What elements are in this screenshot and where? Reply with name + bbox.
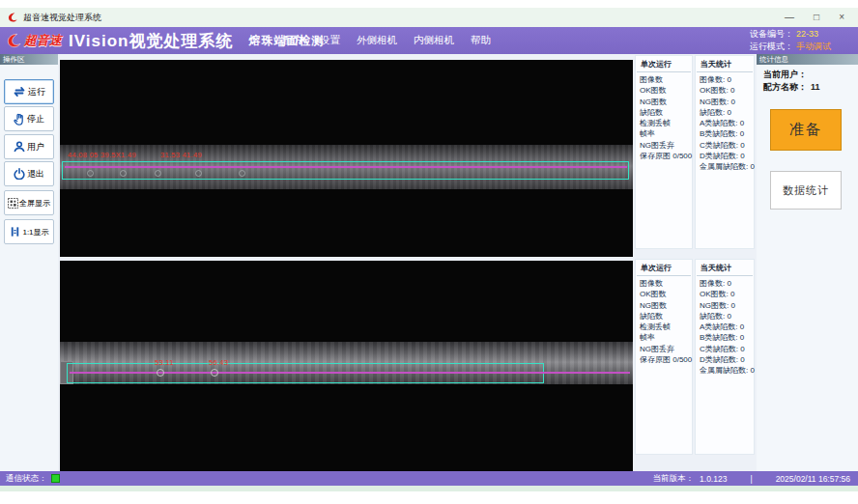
info-panel-caption: 统计信息 <box>757 54 858 65</box>
menu-item-settings[interactable]: 设置 <box>320 34 340 47</box>
stat-row: A类缺陷数: 0 <box>696 118 754 128</box>
stat-row: 帧率 <box>636 128 692 139</box>
exit-button-label: 退出 <box>27 168 44 181</box>
datetime-value: 2025/02/11 16:57:56 <box>776 474 850 484</box>
stat-row: OK图数 <box>636 85 692 96</box>
stat-row: 图像数 <box>636 278 692 289</box>
app-logo-icon <box>8 12 18 23</box>
app-title: IVision视觉处理系统 <box>69 30 233 52</box>
stat-row: 缺陷数 <box>636 107 692 118</box>
menu-bar: 配方 设置 外侧相机 内侧相机 帮助 <box>283 27 491 54</box>
user-button[interactable]: 用户 <box>4 134 54 159</box>
inner-camera-viewport: 53.11 56.43 <box>60 261 633 471</box>
device-number-value: 22-33 <box>796 29 818 39</box>
window-bottom-edge <box>0 486 858 491</box>
close-button[interactable]: × <box>839 8 844 27</box>
stop-button-label: 停止 <box>27 113 44 126</box>
device-info: 设备编号：22-33 运行模式：手动调试 <box>750 28 831 53</box>
single-run-title: 单次运行 <box>637 260 691 276</box>
window-controls: — □ × <box>785 8 844 27</box>
recipe-name-label: 配方名称： <box>763 82 807 92</box>
prepare-button[interactable]: 准备 <box>770 109 842 151</box>
stat-row: NG图丢弃 <box>636 140 692 151</box>
user-button-label: 用户 <box>27 141 44 154</box>
measurement-annotation: 56.43 <box>209 358 228 367</box>
exit-button[interactable]: 退出 <box>4 161 54 186</box>
maximize-button[interactable]: □ <box>814 8 819 27</box>
stat-row: 保存原图 0/500 <box>636 151 692 161</box>
weld-seam-line <box>70 372 630 374</box>
sidebar-caption: 操作区 <box>0 54 58 65</box>
menu-item-recipe[interactable]: 配方 <box>283 34 303 47</box>
stop-button[interactable]: 停止 <box>4 106 54 131</box>
stat-row: A类缺陷数: 0 <box>696 322 754 332</box>
outer-single-run-stats: 单次运行 图像数 OK图数 NG图数 缺陷数 检测丢帧 帧率 NG图丢弃 保存原… <box>635 55 693 249</box>
comm-status: 通信状态： <box>6 471 60 486</box>
status-bar: 通信状态： 当前版本： 1.0.123 | 2025/02/11 16:57:5… <box>0 471 858 486</box>
user-icon <box>14 141 25 153</box>
run-mode-value: 手动调试 <box>796 42 831 51</box>
defect-marker <box>157 369 164 377</box>
measurement-annotation: 53.11 <box>155 358 174 367</box>
version-label: 当前版本： <box>653 473 695 485</box>
data-statistics-button[interactable]: 数据统计 <box>770 171 842 210</box>
fullscreen-button[interactable]: 全屏显示 <box>4 190 54 215</box>
defect-marker <box>120 170 127 177</box>
stat-row: B类缺陷数: 0 <box>696 332 754 343</box>
menu-item-inner-camera[interactable]: 内侧相机 <box>414 34 454 47</box>
stat-row: OK图数: 0 <box>696 289 754 299</box>
current-user-label: 当前用户： <box>763 70 807 79</box>
stat-row: 图像数: 0 <box>696 278 754 289</box>
device-number-label: 设备编号： <box>750 29 793 39</box>
stat-row: 帧率 <box>636 332 692 343</box>
run-icon <box>13 86 26 98</box>
stat-row: B类缺陷数: 0 <box>696 128 754 139</box>
stat-row: D类缺陷数: 0 <box>696 151 754 161</box>
inner-daily-stats: 当天统计 图像数: 0 OK图数: 0 NG图数: 0 缺陷数: 0 A类缺陷数… <box>695 259 755 455</box>
stat-row: 金属屑缺陷数: 0 <box>696 365 754 376</box>
stat-row: NG图数: 0 <box>696 97 754 107</box>
stat-row: NG图数: 0 <box>696 300 754 311</box>
measurement-annotation: 31.53 41.49 <box>160 151 202 159</box>
defect-marker <box>211 369 218 377</box>
stat-row: 图像数: 0 <box>696 74 754 85</box>
stat-row: 金属屑缺陷数: 0 <box>696 161 754 172</box>
stat-row: 缺陷数: 0 <box>696 311 754 322</box>
app-header: 超音速 IVision视觉处理系统 熔珠端面检测 配方 设置 外侧相机 内侧相机… <box>0 27 858 54</box>
version-value: 1.0.123 <box>700 474 727 484</box>
run-button-label: 运行 <box>28 86 45 98</box>
stat-row: 缺陷数 <box>636 311 692 322</box>
current-user-row: 当前用户： <box>757 69 858 81</box>
one-to-one-button[interactable]: 1:1显示 <box>4 219 54 244</box>
stat-row: 缺陷数: 0 <box>696 107 754 118</box>
comm-status-indicator <box>51 474 60 483</box>
weld-seam-line <box>65 166 627 168</box>
daily-stats-title: 当天统计 <box>697 260 753 276</box>
one-to-one-icon <box>9 226 21 238</box>
fullscreen-icon <box>8 198 18 209</box>
recipe-name-value: 11 <box>811 82 820 92</box>
separator: | <box>750 474 752 484</box>
stat-row: D类缺陷数: 0 <box>696 354 754 365</box>
stat-row: 图像数 <box>636 74 692 85</box>
measurement-annotation: 44.08 05 39.5X1.49 <box>68 151 136 159</box>
single-run-title: 单次运行 <box>637 56 691 72</box>
run-mode-label: 运行模式： <box>750 42 793 51</box>
minimize-button[interactable]: — <box>785 8 794 27</box>
application-window: 超音速视觉处理系统 — □ × 超音速 IVision视觉处理系统 熔珠端面检测… <box>0 0 858 504</box>
version-status: 当前版本： 1.0.123 | 2025/02/11 16:57:56 <box>653 471 850 486</box>
brand-name: 超音速 <box>24 32 62 49</box>
stop-icon <box>14 113 25 126</box>
run-button[interactable]: 运行 <box>4 79 54 104</box>
defect-marker <box>239 170 245 177</box>
comm-status-label: 通信状态： <box>6 473 47 485</box>
window-title: 超音速视觉处理系统 <box>23 12 101 24</box>
inner-single-run-stats: 单次运行 图像数 OK图数 NG图数 缺陷数 检测丢帧 帧率 NG图丢弃 保存原… <box>635 259 693 455</box>
menu-item-help[interactable]: 帮助 <box>471 34 491 47</box>
stat-row: NG图丢弃 <box>636 344 692 354</box>
stat-row: OK图数: 0 <box>696 85 754 96</box>
exit-icon <box>14 168 25 180</box>
defect-marker <box>155 170 161 177</box>
fullscreen-button-label: 全屏显示 <box>19 198 50 209</box>
menu-item-outer-camera[interactable]: 外侧相机 <box>357 34 397 47</box>
